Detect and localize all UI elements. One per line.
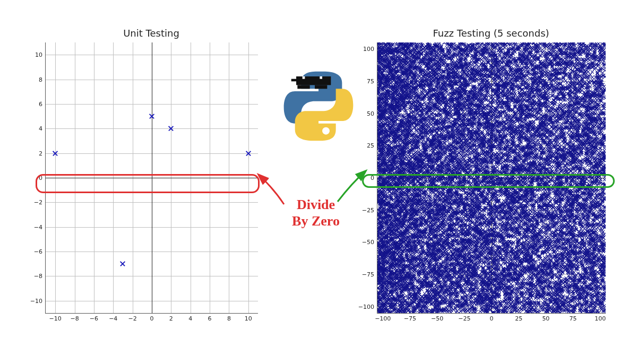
highlight-divide-by-zero-miss xyxy=(36,174,260,193)
python-logo-icon xyxy=(281,69,356,143)
x-tick-label: −8 xyxy=(70,313,79,322)
x-tick-label: 4 xyxy=(188,313,192,322)
data-point xyxy=(149,114,154,119)
y-tick-label: 100 xyxy=(363,46,377,53)
data-point xyxy=(246,151,251,156)
chart-title: Fuzz Testing (5 seconds) xyxy=(377,28,605,39)
x-tick-label: −75 xyxy=(404,313,416,322)
x-tick-label: −6 xyxy=(90,313,98,322)
svg-rect-1 xyxy=(296,76,331,85)
svg-rect-5 xyxy=(320,76,322,79)
x-tick-label: −4 xyxy=(109,313,117,322)
y-tick-label: −100 xyxy=(358,303,377,310)
y-tick-label: −6 xyxy=(34,248,46,255)
x-tick-label: 0 xyxy=(150,313,154,322)
y-tick-label: 10 xyxy=(35,51,46,58)
data-point xyxy=(168,126,174,131)
y-tick-label: 25 xyxy=(367,142,377,149)
svg-rect-2 xyxy=(291,79,298,82)
svg-rect-3 xyxy=(297,85,309,89)
x-tick-label: 100 xyxy=(595,313,606,322)
svg-point-0 xyxy=(322,127,330,135)
highlight-divide-by-zero-hit xyxy=(362,174,615,188)
y-tick-label: 8 xyxy=(39,76,46,83)
x-tick-label: 50 xyxy=(542,313,549,322)
data-point xyxy=(120,261,125,266)
svg-rect-4 xyxy=(315,85,327,89)
x-tick-label: −2 xyxy=(128,313,137,322)
x-tick-label: 2 xyxy=(169,313,173,322)
y-tick-label: 2 xyxy=(39,150,46,157)
x-tick-label: −10 xyxy=(49,313,62,322)
annotation-divide-by-zero: Divide By Zero xyxy=(281,196,350,229)
x-tick-label: −100 xyxy=(375,313,391,322)
figure: Unit Testing −10−8−6−4−20246810−10−8−6−4… xyxy=(0,0,637,364)
y-tick-label: 4 xyxy=(39,125,46,132)
y-tick-label: −50 xyxy=(362,239,377,246)
x-tick-label: −25 xyxy=(458,313,470,322)
x-tick-label: −50 xyxy=(431,313,443,322)
data-point xyxy=(53,151,58,156)
x-tick-label: 10 xyxy=(245,313,252,322)
x-tick-label: 0 xyxy=(490,313,494,322)
x-tick-label: 75 xyxy=(570,313,577,322)
y-tick-label: −10 xyxy=(30,297,46,304)
chart-title: Unit Testing xyxy=(45,28,257,39)
y-tick-label: 75 xyxy=(367,77,377,84)
annotation-line-2: By Zero xyxy=(292,213,340,229)
annotation-line-1: Divide xyxy=(297,197,335,212)
x-tick-label: 25 xyxy=(515,313,522,322)
x-tick-label: 6 xyxy=(208,313,212,322)
y-tick-label: −75 xyxy=(362,271,377,278)
y-tick-label: −2 xyxy=(34,199,46,206)
y-tick-label: 50 xyxy=(367,110,377,117)
y-tick-label: 6 xyxy=(39,100,46,107)
x-tick-label: 8 xyxy=(227,313,231,322)
svg-rect-6 xyxy=(303,76,305,79)
y-tick-label: −8 xyxy=(34,273,46,280)
y-tick-label: −4 xyxy=(34,223,46,230)
